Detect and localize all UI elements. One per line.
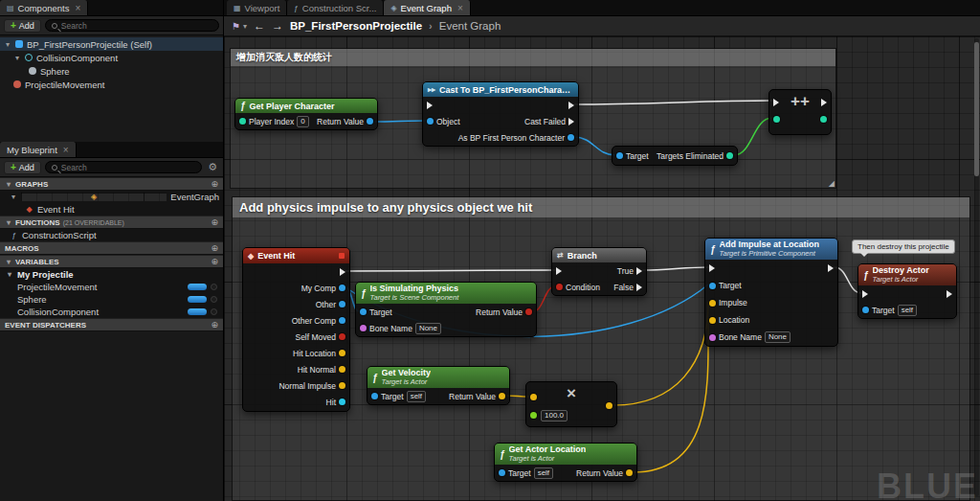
caret-down-icon[interactable]: ▾ xyxy=(6,270,13,279)
return-value-pin[interactable] xyxy=(367,118,373,125)
node-header[interactable]: ◆ Event Hit xyxy=(243,248,349,263)
wire-vector[interactable] xyxy=(613,302,708,405)
scrollbar-thumb[interactable] xyxy=(974,42,979,176)
add-dispatcher-button[interactable]: ⊕ xyxy=(211,320,218,330)
node-header[interactable]: ƒ Add Impulse at Location Target is Prim… xyxy=(705,239,837,260)
hit-result-pin[interactable] xyxy=(339,399,345,405)
hit-location-pin[interactable] xyxy=(339,350,345,356)
caret-down-icon[interactable]: ▾ xyxy=(4,40,11,49)
target-pin[interactable] xyxy=(371,393,378,399)
close-icon[interactable]: × xyxy=(75,3,80,13)
tab-event-graph[interactable]: ◈ Event Graph × xyxy=(384,0,470,15)
add-component-button[interactable]: + Add xyxy=(4,19,41,33)
wire-exec[interactable] xyxy=(643,267,708,270)
self-moved-pin[interactable] xyxy=(339,333,345,340)
event-hit-item[interactable]: ◆ Event Hit xyxy=(0,203,223,216)
target-pin[interactable] xyxy=(862,307,869,313)
exec-in-pin[interactable] xyxy=(773,99,779,106)
forward-button[interactable]: → xyxy=(272,20,283,32)
close-icon[interactable]: × xyxy=(63,145,69,155)
back-button[interactable]: ← xyxy=(254,20,265,32)
exec-out-pin[interactable] xyxy=(947,290,952,298)
target-pin[interactable] xyxy=(499,469,505,476)
variable-item-collisioncomponent[interactable]: CollisionComponent xyxy=(0,306,223,318)
true-exec-pin[interactable] xyxy=(636,267,642,275)
caret-down-icon[interactable]: ▾ xyxy=(5,258,12,266)
section-variables[interactable]: ▾ VARIABLES ⊕ xyxy=(0,255,223,268)
node-is-simulating-physics[interactable]: ƒ Is Simulating Physics Target is Scene … xyxy=(355,282,537,337)
graph-bookmark-icon[interactable]: ⚑ xyxy=(232,21,240,32)
player-index-field[interactable]: 0 xyxy=(297,116,308,127)
wire-exec[interactable] xyxy=(345,270,555,271)
vector-in-pin[interactable] xyxy=(530,394,537,400)
bone-name-field[interactable]: None xyxy=(415,323,441,334)
target-pin[interactable] xyxy=(360,308,367,315)
wire-object[interactable] xyxy=(373,121,427,122)
add-variable-button[interactable]: ⊕ xyxy=(211,257,218,266)
section-functions[interactable]: ▾ FUNCTIONS (21 OVERRIDABLE) ⊕ xyxy=(0,216,223,229)
section-event-dispatchers[interactable]: EVENT DISPATCHERS ⊕ xyxy=(0,318,223,331)
node-destroy-actor[interactable]: ƒ Destroy Actor Target is Actor Target s… xyxy=(858,263,957,319)
targets-eliminated-pin[interactable] xyxy=(726,152,733,159)
node-header[interactable]: ƒ Is Simulating Physics Target is Scene … xyxy=(356,283,536,304)
hit-normal-pin[interactable] xyxy=(339,366,345,373)
cast-failed-exec-pin[interactable] xyxy=(568,118,574,125)
exec-in-pin[interactable] xyxy=(862,290,868,298)
target-field[interactable]: self xyxy=(407,391,426,402)
exec-in-pin[interactable] xyxy=(427,102,433,109)
visibility-eye-icon[interactable] xyxy=(211,284,217,290)
node-get-velocity[interactable]: ƒ Get Velocity Target is Actor Target se… xyxy=(367,366,510,405)
caret-down-icon[interactable]: ▾ xyxy=(13,54,21,62)
component-item-collision[interactable]: ▾ CollisionComponent xyxy=(0,51,223,64)
tab-my-blueprint[interactable]: My Blueprint × xyxy=(0,142,77,157)
wire-exec[interactable] xyxy=(574,101,772,104)
bone-name-pin[interactable] xyxy=(360,325,367,331)
vertical-scrollbar[interactable] xyxy=(974,38,979,496)
node-comment-bubble[interactable]: Then destroy this projectile xyxy=(852,239,955,254)
add-blueprint-item-button[interactable]: + Add xyxy=(4,161,41,174)
exec-out-pin[interactable] xyxy=(340,268,345,276)
node-event-hit[interactable]: ◆ Event Hit My Comp Other Other Comp Sel… xyxy=(242,247,350,412)
event-graph-canvas[interactable]: 增加消灭敌人数的统计 ◢ Add physics impulse to any … xyxy=(224,36,980,501)
other-pin[interactable] xyxy=(339,301,345,307)
wire-object[interactable] xyxy=(574,137,615,155)
node-add-impulse-at-location[interactable]: ƒ Add Impulse at Location Target is Prim… xyxy=(704,238,838,347)
node-header[interactable]: ⇄ Branch xyxy=(552,248,646,262)
other-comp-pin[interactable] xyxy=(339,317,345,324)
variable-item-sphere[interactable]: Sphere xyxy=(0,293,223,306)
section-graphs[interactable]: ▾ GRAPHS ⊕ xyxy=(0,177,223,191)
variable-category[interactable]: ▾ My Projectile xyxy=(0,268,223,281)
tab-construction-script[interactable]: ƒ Construction Scr... xyxy=(287,0,384,15)
node-cast-to-character[interactable]: ▸▸ Cast To BP_FirstPersonCharacter Objec… xyxy=(422,81,579,147)
node-get-targets-eliminated[interactable]: Target Targets Eliminated xyxy=(612,146,738,166)
return-value-pin[interactable] xyxy=(626,469,633,476)
node-increment[interactable]: ++ xyxy=(768,89,832,135)
node-multiply[interactable]: × 100.0 xyxy=(525,381,617,427)
value-out-pin[interactable] xyxy=(820,116,827,123)
float-in-pin[interactable] xyxy=(530,412,537,419)
wire-vector[interactable] xyxy=(634,319,708,472)
caret-down-icon[interactable]: ▾ xyxy=(10,193,17,201)
node-header[interactable]: ƒ Destroy Actor Target is Actor xyxy=(858,264,956,285)
component-item-root[interactable]: ▾ BP_FirstPersonProjectile (Self) xyxy=(0,37,223,51)
caret-down-icon[interactable]: ▾ xyxy=(5,180,12,189)
component-item-sphere[interactable]: Sphere xyxy=(0,64,223,78)
add-macro-button[interactable]: ⊕ xyxy=(211,243,218,253)
exec-in-pin[interactable] xyxy=(709,264,715,272)
false-exec-pin[interactable] xyxy=(636,284,642,291)
return-value-pin[interactable] xyxy=(499,393,505,399)
exec-in-pin[interactable] xyxy=(556,267,562,275)
result-pin[interactable] xyxy=(606,402,612,409)
player-index-pin[interactable] xyxy=(239,118,246,125)
node-header[interactable]: ƒ Get Player Character xyxy=(235,99,377,113)
tab-viewport[interactable]: ▦ Viewport xyxy=(227,0,287,15)
target-field[interactable]: self xyxy=(534,467,553,479)
caret-down-icon[interactable]: ▾ xyxy=(5,218,12,227)
target-pin[interactable] xyxy=(616,152,623,159)
condition-pin[interactable] xyxy=(556,284,563,290)
multiplier-field[interactable]: 100.0 xyxy=(541,410,568,421)
add-graph-button[interactable]: ⊕ xyxy=(211,179,218,189)
breadcrumb-current[interactable]: Event Graph xyxy=(439,20,501,32)
exec-out-pin[interactable] xyxy=(821,99,827,106)
close-icon[interactable]: × xyxy=(457,3,463,13)
